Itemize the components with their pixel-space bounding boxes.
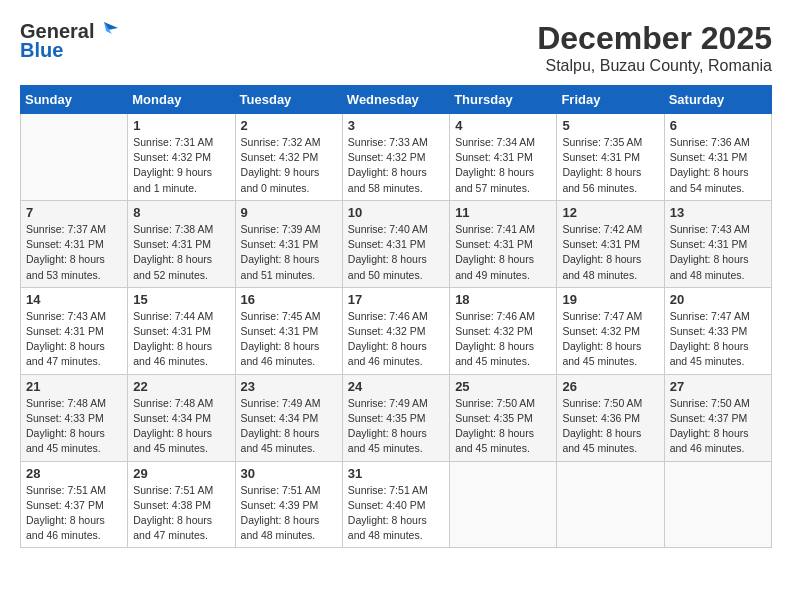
calendar-cell: 11Sunrise: 7:41 AMSunset: 4:31 PMDayligh… — [450, 200, 557, 287]
calendar-cell: 31Sunrise: 7:51 AMSunset: 4:40 PMDayligh… — [342, 461, 449, 548]
month-title: December 2025 — [537, 20, 772, 57]
day-info: Sunrise: 7:43 AMSunset: 4:31 PMDaylight:… — [670, 222, 766, 283]
calendar-cell: 18Sunrise: 7:46 AMSunset: 4:32 PMDayligh… — [450, 287, 557, 374]
sunrise-text: Sunrise: 7:33 AM — [348, 135, 444, 150]
daylight-hours-text: Daylight: 8 hours — [562, 426, 658, 441]
sunrise-text: Sunrise: 7:48 AM — [133, 396, 229, 411]
daylight-hours-text: Daylight: 8 hours — [670, 252, 766, 267]
day-number: 30 — [241, 466, 337, 481]
day-number: 27 — [670, 379, 766, 394]
sunset-text: Sunset: 4:31 PM — [670, 237, 766, 252]
day-info: Sunrise: 7:51 AMSunset: 4:37 PMDaylight:… — [26, 483, 122, 544]
day-number: 26 — [562, 379, 658, 394]
daylight-minutes-text: and 45 minutes. — [26, 441, 122, 456]
calendar-cell: 5Sunrise: 7:35 AMSunset: 4:31 PMDaylight… — [557, 114, 664, 201]
calendar-cell — [664, 461, 771, 548]
sunset-text: Sunset: 4:31 PM — [26, 324, 122, 339]
daylight-minutes-text: and 56 minutes. — [562, 181, 658, 196]
calendar-cell: 23Sunrise: 7:49 AMSunset: 4:34 PMDayligh… — [235, 374, 342, 461]
day-header-sunday: Sunday — [21, 86, 128, 114]
sunrise-text: Sunrise: 7:50 AM — [455, 396, 551, 411]
day-number: 12 — [562, 205, 658, 220]
sunset-text: Sunset: 4:33 PM — [670, 324, 766, 339]
sunrise-text: Sunrise: 7:50 AM — [670, 396, 766, 411]
daylight-minutes-text: and 49 minutes. — [455, 268, 551, 283]
day-info: Sunrise: 7:34 AMSunset: 4:31 PMDaylight:… — [455, 135, 551, 196]
sunset-text: Sunset: 4:32 PM — [348, 324, 444, 339]
daylight-hours-text: Daylight: 8 hours — [241, 513, 337, 528]
daylight-minutes-text: and 58 minutes. — [348, 181, 444, 196]
sunset-text: Sunset: 4:32 PM — [241, 150, 337, 165]
day-header-friday: Friday — [557, 86, 664, 114]
sunrise-text: Sunrise: 7:39 AM — [241, 222, 337, 237]
calendar-cell: 9Sunrise: 7:39 AMSunset: 4:31 PMDaylight… — [235, 200, 342, 287]
calendar-cell: 7Sunrise: 7:37 AMSunset: 4:31 PMDaylight… — [21, 200, 128, 287]
day-info: Sunrise: 7:51 AMSunset: 4:39 PMDaylight:… — [241, 483, 337, 544]
calendar-cell: 6Sunrise: 7:36 AMSunset: 4:31 PMDaylight… — [664, 114, 771, 201]
sunrise-text: Sunrise: 7:47 AM — [562, 309, 658, 324]
calendar-cell: 26Sunrise: 7:50 AMSunset: 4:36 PMDayligh… — [557, 374, 664, 461]
sunrise-text: Sunrise: 7:40 AM — [348, 222, 444, 237]
calendar-week-row: 7Sunrise: 7:37 AMSunset: 4:31 PMDaylight… — [21, 200, 772, 287]
daylight-hours-text: Daylight: 8 hours — [455, 165, 551, 180]
daylight-hours-text: Daylight: 8 hours — [670, 165, 766, 180]
logo-bird-icon — [96, 20, 118, 40]
calendar-cell: 25Sunrise: 7:50 AMSunset: 4:35 PMDayligh… — [450, 374, 557, 461]
day-header-saturday: Saturday — [664, 86, 771, 114]
day-info: Sunrise: 7:50 AMSunset: 4:35 PMDaylight:… — [455, 396, 551, 457]
calendar-week-row: 21Sunrise: 7:48 AMSunset: 4:33 PMDayligh… — [21, 374, 772, 461]
day-info: Sunrise: 7:48 AMSunset: 4:34 PMDaylight:… — [133, 396, 229, 457]
daylight-hours-text: Daylight: 8 hours — [133, 426, 229, 441]
sunrise-text: Sunrise: 7:48 AM — [26, 396, 122, 411]
daylight-hours-text: Daylight: 9 hours — [133, 165, 229, 180]
day-info: Sunrise: 7:46 AMSunset: 4:32 PMDaylight:… — [455, 309, 551, 370]
sunrise-text: Sunrise: 7:44 AM — [133, 309, 229, 324]
calendar-cell — [450, 461, 557, 548]
day-number: 14 — [26, 292, 122, 307]
day-number: 2 — [241, 118, 337, 133]
daylight-minutes-text: and 45 minutes. — [241, 441, 337, 456]
day-info: Sunrise: 7:37 AMSunset: 4:31 PMDaylight:… — [26, 222, 122, 283]
day-number: 10 — [348, 205, 444, 220]
daylight-minutes-text: and 46 minutes. — [133, 354, 229, 369]
daylight-hours-text: Daylight: 8 hours — [241, 339, 337, 354]
day-number: 21 — [26, 379, 122, 394]
daylight-minutes-text: and 50 minutes. — [348, 268, 444, 283]
calendar-cell: 4Sunrise: 7:34 AMSunset: 4:31 PMDaylight… — [450, 114, 557, 201]
calendar-cell — [21, 114, 128, 201]
daylight-hours-text: Daylight: 8 hours — [241, 252, 337, 267]
day-number: 3 — [348, 118, 444, 133]
day-info: Sunrise: 7:31 AMSunset: 4:32 PMDaylight:… — [133, 135, 229, 196]
daylight-minutes-text: and 45 minutes. — [133, 441, 229, 456]
day-info: Sunrise: 7:43 AMSunset: 4:31 PMDaylight:… — [26, 309, 122, 370]
daylight-hours-text: Daylight: 8 hours — [26, 339, 122, 354]
sunrise-text: Sunrise: 7:45 AM — [241, 309, 337, 324]
day-number: 29 — [133, 466, 229, 481]
daylight-minutes-text: and 45 minutes. — [562, 354, 658, 369]
daylight-hours-text: Daylight: 8 hours — [562, 165, 658, 180]
day-info: Sunrise: 7:36 AMSunset: 4:31 PMDaylight:… — [670, 135, 766, 196]
sunset-text: Sunset: 4:37 PM — [26, 498, 122, 513]
location-subtitle: Stalpu, Buzau County, Romania — [537, 57, 772, 75]
daylight-hours-text: Daylight: 8 hours — [133, 513, 229, 528]
day-info: Sunrise: 7:39 AMSunset: 4:31 PMDaylight:… — [241, 222, 337, 283]
day-number: 25 — [455, 379, 551, 394]
daylight-hours-text: Daylight: 8 hours — [241, 426, 337, 441]
day-info: Sunrise: 7:51 AMSunset: 4:40 PMDaylight:… — [348, 483, 444, 544]
calendar-week-row: 28Sunrise: 7:51 AMSunset: 4:37 PMDayligh… — [21, 461, 772, 548]
calendar-week-row: 14Sunrise: 7:43 AMSunset: 4:31 PMDayligh… — [21, 287, 772, 374]
daylight-minutes-text: and 53 minutes. — [26, 268, 122, 283]
logo: General Blue — [20, 20, 118, 62]
sunrise-text: Sunrise: 7:31 AM — [133, 135, 229, 150]
daylight-minutes-text: and 48 minutes. — [562, 268, 658, 283]
sunset-text: Sunset: 4:31 PM — [562, 150, 658, 165]
daylight-hours-text: Daylight: 8 hours — [670, 426, 766, 441]
sunset-text: Sunset: 4:31 PM — [241, 237, 337, 252]
sunset-text: Sunset: 4:33 PM — [26, 411, 122, 426]
day-info: Sunrise: 7:48 AMSunset: 4:33 PMDaylight:… — [26, 396, 122, 457]
day-info: Sunrise: 7:50 AMSunset: 4:36 PMDaylight:… — [562, 396, 658, 457]
daylight-minutes-text: and 48 minutes. — [241, 528, 337, 543]
title-area: December 2025 Stalpu, Buzau County, Roma… — [537, 20, 772, 75]
calendar-cell: 13Sunrise: 7:43 AMSunset: 4:31 PMDayligh… — [664, 200, 771, 287]
sunrise-text: Sunrise: 7:42 AM — [562, 222, 658, 237]
